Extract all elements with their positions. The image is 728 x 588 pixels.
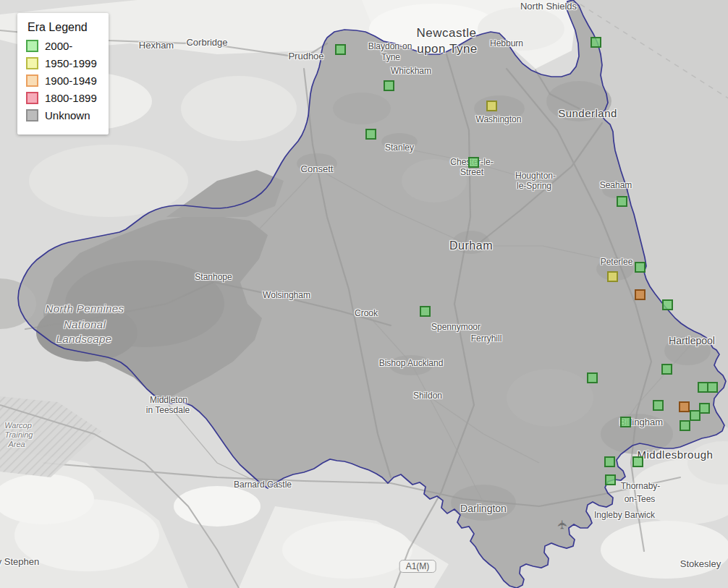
era-marker-green[interactable] xyxy=(707,382,718,393)
legend-item-2000s: 2000- xyxy=(26,40,97,52)
era-marker-orange[interactable] xyxy=(635,289,646,300)
road-badge-a1m: A1(M) xyxy=(399,560,436,573)
legend-item-1950-1999: 1950-1999 xyxy=(26,57,97,69)
era-marker-green[interactable] xyxy=(591,37,601,48)
era-marker-green[interactable] xyxy=(690,410,701,421)
era-legend: Era Legend 2000- 1950-1999 1900-1949 180… xyxy=(17,13,109,135)
era-marker-yellow[interactable] xyxy=(607,271,618,282)
era-marker-green[interactable] xyxy=(632,456,643,467)
legend-item-1900-1949: 1900-1949 xyxy=(26,74,97,87)
legend-swatch-unknown xyxy=(26,109,38,122)
era-marker-green[interactable] xyxy=(617,196,627,207)
legend-item-1800-1899: 1800-1899 xyxy=(26,92,97,104)
legend-item-unknown: Unknown xyxy=(26,109,97,122)
era-marker-green[interactable] xyxy=(468,157,479,168)
era-marker-yellow[interactable] xyxy=(486,101,497,111)
era-marker-green[interactable] xyxy=(604,456,615,467)
era-marker-green[interactable] xyxy=(620,417,631,427)
map-canvas[interactable] xyxy=(0,0,728,588)
era-marker-green[interactable] xyxy=(662,299,673,310)
era-marker-green[interactable] xyxy=(661,364,672,375)
era-marker-orange[interactable] xyxy=(679,401,690,412)
era-marker-green[interactable] xyxy=(335,44,346,55)
era-marker-green[interactable] xyxy=(384,80,394,91)
era-marker-green[interactable] xyxy=(605,474,616,485)
era-marker-green[interactable] xyxy=(699,403,710,414)
map-viewport[interactable]: Newcastleupon TyneNorth ShieldsHexhamCor… xyxy=(0,0,728,588)
legend-swatch-1800-1899 xyxy=(26,92,38,104)
era-marker-green[interactable] xyxy=(420,306,431,317)
legend-swatch-1950-1999 xyxy=(26,57,38,69)
era-marker-green[interactable] xyxy=(653,400,664,411)
legend-swatch-2000s xyxy=(26,40,38,52)
era-marker-green[interactable] xyxy=(635,262,646,273)
era-marker-green[interactable] xyxy=(365,129,376,140)
era-marker-green[interactable] xyxy=(587,372,598,383)
legend-swatch-1900-1949 xyxy=(26,74,38,87)
era-marker-green[interactable] xyxy=(680,420,690,431)
legend-title: Era Legend xyxy=(27,21,97,34)
